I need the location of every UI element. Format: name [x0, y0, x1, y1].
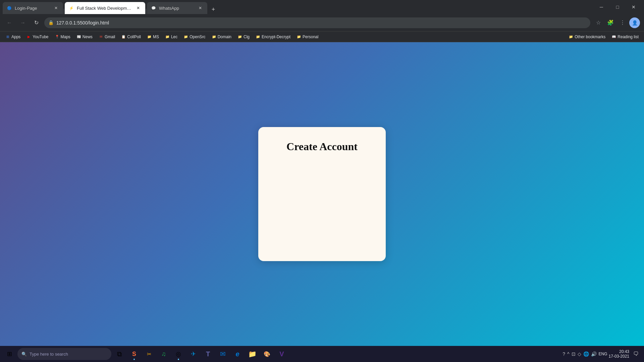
- title-bar: 🔵 Login-Page ✕ ⚡ Full Stack Web Developm…: [0, 0, 644, 14]
- bookmark-maps[interactable]: 📍 Maps: [52, 33, 73, 41]
- taskbar-teams[interactable]: T: [201, 347, 215, 361]
- url-text: 127.0.0.1:5500/login.html: [56, 20, 586, 25]
- explorer-icon: 📁: [248, 350, 257, 358]
- tab-close-login[interactable]: ✕: [53, 5, 59, 11]
- bookmark-personal[interactable]: 📁 Personal: [294, 33, 321, 41]
- bookmark-gmail-label: Gmail: [105, 35, 115, 39]
- settings-button[interactable]: ⋮: [617, 17, 628, 28]
- windows-icon: ⊞: [7, 350, 12, 358]
- minimize-button[interactable]: ─: [594, 2, 609, 12]
- taskbar-mail[interactable]: ✉: [216, 347, 229, 361]
- bookmark-ms[interactable]: 📁 MS: [144, 33, 162, 41]
- reload-button[interactable]: ↻: [31, 17, 42, 28]
- taskbar-search[interactable]: 🔍 Type here to search: [17, 348, 111, 360]
- help-icon[interactable]: ?: [562, 351, 565, 357]
- bookmarks-right: 📁 Other bookmarks 📖 Reading list: [566, 33, 641, 41]
- network-icon[interactable]: 🌐: [583, 351, 589, 357]
- taskbar-telegram[interactable]: ✈: [186, 347, 200, 361]
- bookmark-lec[interactable]: 📁 Lec: [162, 33, 180, 41]
- nav-actions: ☆ 🧩 ⋮ 👤: [593, 17, 640, 28]
- profile-button[interactable]: 👤: [629, 17, 640, 28]
- volume-icon[interactable]: 🔊: [591, 351, 597, 357]
- extensions-button[interactable]: 🧩: [605, 17, 616, 28]
- taskbar-chrome[interactable]: ◎: [172, 347, 185, 361]
- bookmark-youtube-label: YouTube: [33, 35, 48, 39]
- teams-icon: T: [206, 350, 210, 358]
- bookmark-personal-label: Personal: [303, 35, 318, 39]
- taskbar-explorer[interactable]: 📁: [246, 347, 259, 361]
- chevron-up-icon[interactable]: ^: [567, 351, 570, 357]
- notification-button[interactable]: 🗨: [631, 349, 641, 359]
- task-manager-icon[interactable]: ⊡: [572, 351, 576, 357]
- bookmark-encrypt[interactable]: 📁 Encrypt-Decrypt: [253, 33, 293, 41]
- notification-icon: 🗨: [633, 351, 639, 357]
- bookmark-apps-label: Apps: [11, 35, 20, 39]
- system-tray: ? ^ ⊡ ◇ 🌐 🔊 ENG: [562, 351, 607, 357]
- security-icon: 🔒: [48, 20, 54, 25]
- bookmark-maps-label: Maps: [61, 35, 70, 39]
- bookmark-opensrc-label: OpenSrc: [190, 35, 205, 39]
- taskbar-vs[interactable]: V: [275, 347, 288, 361]
- bookmark-gmail[interactable]: ✉ Gmail: [96, 33, 118, 41]
- bookmark-collpoll-icon: 📋: [121, 35, 126, 39]
- tab-close-whatsapp[interactable]: ✕: [197, 5, 203, 11]
- bookmark-other-label: Other bookmarks: [575, 35, 605, 39]
- clock-date: 17-03-2021: [609, 354, 629, 359]
- bookmark-star-button[interactable]: ☆: [593, 17, 604, 28]
- bookmark-apps[interactable]: ⊞ Apps: [3, 33, 23, 41]
- address-bar[interactable]: 🔒 127.0.0.1:5500/login.html: [44, 17, 590, 28]
- bookmark-collpoll[interactable]: 📋 CollPoll: [118, 33, 144, 41]
- tab-login-page[interactable]: 🔵 Login-Page ✕: [3, 2, 63, 14]
- tab-fullstack[interactable]: ⚡ Full Stack Web Development wit ✕: [65, 2, 145, 14]
- tab-title-login: Login-Page: [15, 6, 50, 11]
- bookmark-lec-label: Lec: [171, 35, 177, 39]
- bookmark-clg[interactable]: 📁 Clg: [235, 33, 252, 41]
- bookmark-domain-label: Domain: [218, 35, 231, 39]
- bookmark-reading[interactable]: 📖 Reading list: [609, 33, 641, 41]
- bookmark-youtube-icon: ▶: [26, 35, 31, 39]
- bookmark-youtube[interactable]: ▶ YouTube: [24, 33, 51, 41]
- telegram-icon: ✈: [191, 350, 196, 358]
- bookmark-reading-icon: 📖: [611, 35, 616, 39]
- tab-close-fullstack[interactable]: ✕: [135, 5, 141, 11]
- maximize-button[interactable]: □: [610, 2, 625, 12]
- taskbar-spotify[interactable]: ♫: [157, 347, 170, 361]
- back-button[interactable]: ←: [4, 17, 15, 28]
- start-button[interactable]: ⊞: [3, 347, 16, 361]
- bookmark-opensrc-icon: 📁: [183, 35, 188, 39]
- dropbox-icon[interactable]: ◇: [578, 351, 581, 357]
- new-tab-button[interactable]: +: [209, 5, 218, 14]
- tab-title-whatsapp: WhatsApp: [159, 6, 195, 11]
- taskbar-snipping[interactable]: ✂: [142, 347, 156, 361]
- taskbar-task-view[interactable]: ⧉: [113, 347, 126, 361]
- bookmark-news[interactable]: 📰 News: [74, 33, 95, 41]
- clock-time: 20:43: [619, 349, 629, 354]
- tab-separator-1: [64, 9, 64, 14]
- sublime-icon: S: [132, 351, 136, 358]
- bookmark-reading-label: Reading list: [618, 35, 639, 39]
- taskbar-sublime[interactable]: S: [127, 347, 141, 361]
- search-placeholder-text: Type here to search: [30, 352, 68, 357]
- bookmarks-bar: ⊞ Apps ▶ YouTube 📍 Maps 📰 News ✉ Gmail 📋…: [0, 32, 644, 42]
- bookmark-other-icon: 📁: [569, 35, 573, 39]
- navigation-bar: ← → ↻ 🔒 127.0.0.1:5500/login.html ☆ 🧩 ⋮ …: [0, 14, 644, 32]
- taskbar-paint[interactable]: 🎨: [260, 347, 274, 361]
- search-icon: 🔍: [21, 352, 27, 357]
- bookmark-other[interactable]: 📁 Other bookmarks: [566, 33, 608, 41]
- bookmark-opensrc[interactable]: 📁 OpenSrc: [181, 33, 208, 41]
- tab-separator-2: [146, 9, 146, 14]
- browser-window: 🔵 Login-Page ✕ ⚡ Full Stack Web Developm…: [0, 0, 644, 362]
- bookmark-ms-label: MS: [153, 35, 159, 39]
- task-view-icon: ⧉: [117, 350, 122, 358]
- close-button[interactable]: ✕: [626, 2, 641, 12]
- mail-icon: ✉: [220, 350, 226, 358]
- tabs-container: 🔵 Login-Page ✕ ⚡ Full Stack Web Developm…: [3, 0, 591, 14]
- clock-area[interactable]: 20:43 17-03-2021: [609, 349, 629, 359]
- bookmark-domain[interactable]: 📁 Domain: [209, 33, 234, 41]
- taskbar-edge[interactable]: e: [231, 347, 244, 361]
- bookmark-apps-icon: ⊞: [5, 35, 10, 39]
- tab-whatsapp[interactable]: 💬 WhatsApp ✕: [147, 2, 207, 14]
- forward-button[interactable]: →: [17, 17, 28, 28]
- bookmark-news-label: News: [83, 35, 93, 39]
- page-content: Create Account: [0, 42, 644, 346]
